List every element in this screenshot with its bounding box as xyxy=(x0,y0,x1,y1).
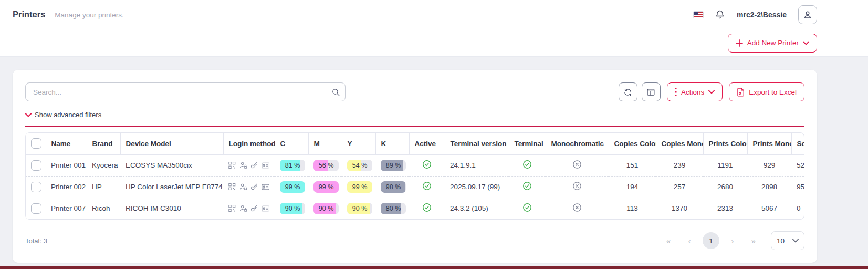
us-flag-icon xyxy=(694,12,703,18)
page-background: Actions Export to Excel Show advanced fi… xyxy=(0,57,868,266)
cell-scans: 521 xyxy=(791,154,804,176)
cell-device-model: HP Color LaserJet MFP E87740 xyxy=(120,176,223,198)
cell-toner-y: 90 % xyxy=(342,198,375,219)
cell-name: Printer 007 xyxy=(46,198,87,219)
cell-toner-k: 89 % xyxy=(375,154,409,176)
columns-button[interactable] xyxy=(642,82,661,101)
user-lock-icon xyxy=(239,161,247,169)
row-checkbox[interactable] xyxy=(31,160,41,171)
cell-toner-y: 54 % xyxy=(342,154,375,176)
column-header-active: Active xyxy=(409,133,445,154)
cell-device-model: ECOSYS MA3500cix xyxy=(120,154,223,176)
toner-level-badge: 90 % xyxy=(313,203,339,214)
refresh-button[interactable] xyxy=(619,82,637,101)
qr-code-icon xyxy=(228,204,236,212)
previous-page-button[interactable]: ‹ xyxy=(682,233,697,249)
table-row: Printer 007RicohRICOH IM C301090 %90 %90… xyxy=(26,198,804,219)
chevron-down-icon xyxy=(803,41,809,45)
show-advanced-filters-toggle[interactable]: Show advanced filters xyxy=(25,111,101,119)
cell-scans: 0 xyxy=(791,198,804,219)
user-lock-icon xyxy=(239,183,247,191)
select-all-checkbox[interactable] xyxy=(31,138,41,149)
cell-active xyxy=(409,198,445,219)
total-count: Total: 3 xyxy=(25,237,47,245)
cell-toner-m: 56 % xyxy=(308,154,342,176)
cell-toner-c: 90 % xyxy=(275,198,308,219)
cell-name: Printer 001 xyxy=(46,154,87,176)
cell-terminal-version: 24.3.2 (105) xyxy=(445,198,509,219)
cell-terminal-version: 24.1.9.1 xyxy=(445,154,509,176)
refresh-icon xyxy=(623,88,632,97)
cell-copies-mono: 1370 xyxy=(656,198,703,219)
cell-login-methods xyxy=(223,198,275,219)
cell-login-methods xyxy=(223,154,275,176)
row-checkbox[interactable] xyxy=(31,182,41,192)
column-header-model: Device Model xyxy=(120,133,223,154)
cell-terminal xyxy=(509,198,546,219)
notifications-button[interactable] xyxy=(715,9,725,20)
user-menu-button[interactable] xyxy=(798,5,817,24)
cell-monochromatic xyxy=(546,154,609,176)
printers-table: NameBrandDevice ModelLogin methodsCMYKAc… xyxy=(25,132,804,220)
inactive-x-icon xyxy=(572,160,582,169)
export-to-excel-button[interactable]: Export to Excel xyxy=(729,82,804,101)
cell-scans: 951 xyxy=(791,176,804,198)
column-header-prints-color: Prints Color xyxy=(703,133,747,154)
toner-level-badge: 99 % xyxy=(280,181,305,193)
person-icon xyxy=(802,9,813,20)
chevron-down-icon xyxy=(792,239,799,243)
cell-prints-color: 1191 xyxy=(703,154,747,176)
current-page-button[interactable]: 1 xyxy=(703,232,719,249)
language-flag-button[interactable] xyxy=(694,12,703,18)
toner-level-badge: 90 % xyxy=(347,203,372,214)
active-check-icon xyxy=(422,181,432,191)
bell-icon xyxy=(715,9,725,20)
toner-level-badge: 99 % xyxy=(313,181,339,193)
inactive-x-icon xyxy=(572,181,582,191)
pagination: « ‹ 1 › » 10 xyxy=(661,231,804,250)
key-icon xyxy=(250,204,258,212)
search-input[interactable] xyxy=(25,82,326,101)
search-icon xyxy=(331,88,340,97)
cell-active xyxy=(409,154,445,176)
cell-terminal xyxy=(509,154,546,176)
username: mrc2-2\Bessie xyxy=(737,11,787,19)
toner-level-badge: 90 % xyxy=(280,203,305,214)
active-check-icon xyxy=(522,181,532,191)
toner-level-badge: 89 % xyxy=(381,160,406,171)
excel-file-icon xyxy=(737,88,745,97)
row-checkbox[interactable] xyxy=(31,203,41,214)
id-card-icon xyxy=(262,162,269,169)
inactive-x-icon xyxy=(572,203,582,212)
toner-level-badge: 56 % xyxy=(313,160,339,171)
column-header-copies-mono: Copies Mono xyxy=(656,133,703,154)
cell-toner-y: 99 % xyxy=(342,176,375,198)
id-card-icon xyxy=(262,205,269,212)
actions-button[interactable]: Actions xyxy=(667,82,723,101)
qr-code-icon xyxy=(228,183,236,191)
bottom-edge-bar xyxy=(0,266,868,269)
search-button[interactable] xyxy=(326,82,346,101)
next-page-button[interactable]: › xyxy=(725,233,740,249)
last-page-button[interactable]: » xyxy=(746,233,761,249)
key-icon xyxy=(250,183,258,191)
toner-level-badge: 54 % xyxy=(347,160,372,171)
table-header-row: NameBrandDevice ModelLogin methodsCMYKAc… xyxy=(26,133,804,154)
cell-monochromatic xyxy=(546,198,609,219)
column-header-c: C xyxy=(275,133,308,154)
toner-level-badge: 98 % xyxy=(381,181,406,193)
column-header-k: K xyxy=(375,133,409,154)
page-size-select[interactable]: 10 xyxy=(771,231,804,250)
toner-level-badge: 99 % xyxy=(347,181,372,193)
cell-copies-color: 151 xyxy=(609,154,656,176)
cell-copies-color: 194 xyxy=(609,176,656,198)
first-page-button[interactable]: « xyxy=(661,233,676,249)
cell-device-model: RICOH IM C3010 xyxy=(120,198,223,219)
cell-toner-k: 98 % xyxy=(375,176,409,198)
column-header-m: M xyxy=(308,133,342,154)
column-header-select-all xyxy=(26,133,46,154)
column-header-scans: Scans xyxy=(791,133,804,154)
dots-vertical-icon xyxy=(675,88,677,96)
column-header-terminal: Terminal xyxy=(509,133,546,154)
add-new-printer-button[interactable]: Add New Printer xyxy=(728,34,817,53)
